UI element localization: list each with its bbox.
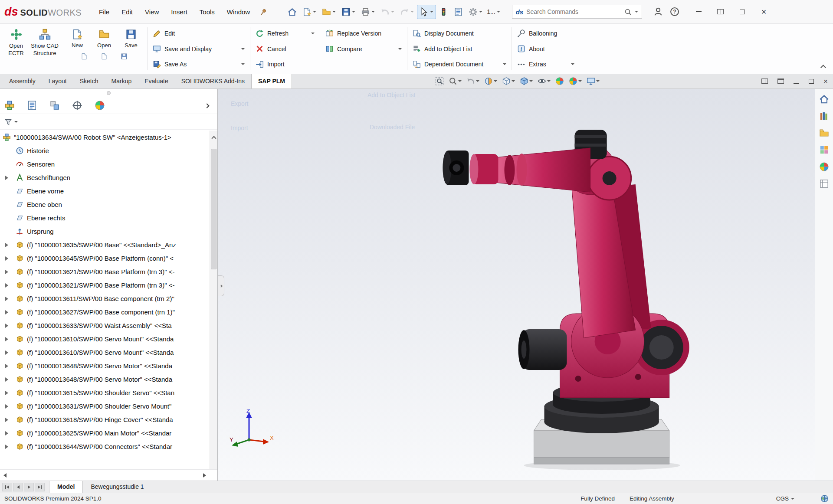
displaymanager-tab-icon[interactable] [95,100,105,111]
chevron-down-icon[interactable] [571,63,574,67]
expand-arrow-icon[interactable] [4,350,16,355]
home-button[interactable] [285,5,299,19]
tree-item-component[interactable]: (f) "10000013621/SWP/00 Base Platform (t… [0,278,209,292]
propertymanager-tab-icon[interactable] [27,100,37,111]
tab-motion-study[interactable]: Bewegungsstudie 1 [83,481,151,493]
edit-button[interactable]: Edit [149,26,248,41]
status-units-selector[interactable]: CGS [776,495,794,502]
tree-item-sensoren[interactable]: Sensoren [0,157,209,171]
design-report-button[interactable] [451,5,466,19]
save-icon[interactable] [121,53,128,60]
panel-tabs-expand-icon[interactable] [205,101,213,109]
chevron-down-icon[interactable] [458,80,462,84]
document-icon[interactable] [81,53,88,60]
tree-horizontal-scrollbar[interactable] [0,469,217,481]
expand-arrow-icon[interactable] [4,310,16,314]
refresh-button[interactable]: Refresh [252,26,318,41]
select-tool-button[interactable] [417,5,436,19]
zoom-fit-button[interactable] [434,75,445,87]
tree-item-component[interactable]: (f) "10000013648/SWP/00 Servo Motor" <<S… [0,373,209,386]
tab-sap-plm[interactable]: SAP PLM [251,74,292,88]
design-library-icon[interactable] [819,111,829,121]
hide-show-items-button[interactable] [536,75,552,87]
show-cad-structure-button[interactable]: Show CAD Structure [30,26,59,72]
view-orientation-button[interactable] [501,75,516,87]
expand-arrow-icon[interactable] [4,391,16,395]
maximize-button[interactable] [731,0,753,24]
tab-solidworks-add-ins[interactable]: SOLIDWORKS Add-Ins [175,74,251,88]
save-and-display-button[interactable]: Save and Display [149,42,248,56]
chevron-down-icon[interactable] [512,80,515,84]
chevron-down-icon[interactable] [476,80,479,84]
expand-arrow-icon[interactable] [4,243,16,247]
next-tab-button[interactable] [24,483,34,491]
chevron-down-icon[interactable] [547,80,551,84]
apply-scene-button[interactable] [567,75,583,87]
tree-item-component[interactable]: (f) "10000013615/SWP/00 Shoulder Servo" … [0,386,209,399]
chevron-down-icon[interactable] [635,11,638,14]
first-tab-button[interactable] [2,483,12,491]
pin-menu-icon[interactable] [256,6,270,17]
tree-item-historie[interactable]: Historie [0,144,209,157]
display-style-button[interactable] [518,75,534,87]
search-commands-box[interactable]: ds [512,5,642,19]
expand-arrow-icon[interactable] [4,337,16,341]
chevron-down-icon[interactable] [578,80,582,84]
featuremanager-tab-icon[interactable] [4,100,15,111]
tree-item-component[interactable]: (f) "10000013648/SWP/00 Servo Motor" <<S… [0,359,209,373]
dimxpert-tab-icon[interactable] [72,100,82,111]
account-button[interactable] [651,4,666,19]
custom-properties-icon[interactable] [819,179,829,189]
open-button[interactable] [319,5,338,19]
doc-close-button[interactable]: × [823,78,828,85]
chevron-down-icon[interactable] [596,80,600,84]
import-button[interactable]: Import [252,57,318,72]
expand-arrow-icon[interactable] [4,431,16,435]
expand-arrow-icon[interactable] [4,270,16,274]
dependent-document-button[interactable]: Dependent Document [409,57,510,72]
expand-arrow-icon[interactable] [4,445,16,449]
view-settings-button[interactable] [585,75,601,87]
expand-arrow-icon[interactable] [4,364,16,368]
expand-arrow-icon[interactable] [4,256,16,261]
display-document-button[interactable]: Display Document [409,26,510,41]
chevron-down-icon[interactable] [311,33,315,36]
save-button[interactable]: Save [118,26,144,49]
menu-window[interactable]: Window [221,5,256,19]
tree-item-component[interactable]: (f) "10000013610/SWP/00 Servo Mount" <<S… [0,346,209,359]
tab-layout[interactable]: Layout [42,74,73,88]
tree-item-component[interactable]: (f) "10000013633/SWP/00 Waist Assembly" … [0,319,209,332]
globe-icon[interactable] [820,494,829,503]
view-palette-icon[interactable] [819,145,829,155]
chevron-down-icon[interactable] [241,48,245,52]
extras-button[interactable]: Extras [514,57,578,72]
toolbar-overflow[interactable]: 1... [485,7,501,17]
expand-arrow-icon[interactable] [4,324,16,328]
tree-item-component[interactable]: (f) "10000013635/SWP/00 Base" <<Standard… [0,238,209,252]
tab-sketch[interactable]: Sketch [73,74,105,88]
chevron-down-icon[interactable] [398,48,402,52]
scroll-left-icon[interactable] [3,473,7,478]
save-as-button[interactable]: Save As [149,57,248,72]
save-button[interactable] [339,5,358,19]
scrollbar-thumb[interactable] [211,149,216,269]
minimize-button[interactable] [688,0,710,24]
tree-item-component[interactable]: (f) "10000013644/SWP/00 Connectors" <<St… [0,440,209,453]
expand-arrow-icon[interactable] [4,176,16,180]
search-input[interactable] [526,8,621,15]
new-button[interactable]: New [64,26,91,49]
tree-item-plane[interactable]: Ebene vorne [0,184,209,198]
robot-arm-model[interactable] [218,89,833,481]
doc-maximize-button[interactable] [809,78,814,85]
tree-item-component[interactable]: (f) "10000013625/SWP/00 Main Motor" <<St… [0,426,209,440]
restore-button[interactable] [710,0,731,24]
single-pane-button[interactable] [777,78,784,85]
menu-tools[interactable]: Tools [194,5,220,19]
redo-button[interactable] [397,5,416,19]
prev-tab-button[interactable] [13,483,23,491]
tree-item-component[interactable]: (f) "10000013618/SWP/00 Hinge Cover" <<S… [0,413,209,426]
previous-view-button[interactable] [465,75,481,87]
last-tab-button[interactable] [35,483,45,491]
ballooning-button[interactable]: Ballooning [514,26,578,41]
expand-arrow-icon[interactable] [4,404,16,409]
